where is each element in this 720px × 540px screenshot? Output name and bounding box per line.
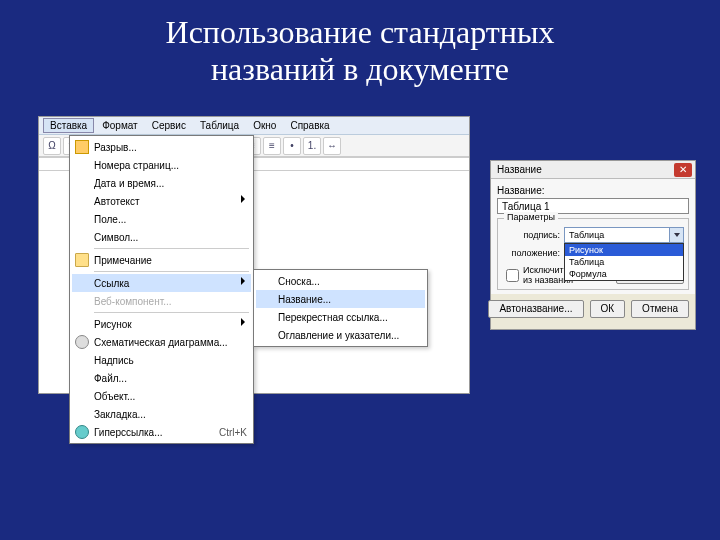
slide-title: Использование стандартных названий в док… [0, 0, 720, 88]
toolbar-button[interactable]: Ω [43, 137, 61, 155]
menu-item[interactable]: Примечание [72, 251, 251, 269]
menu-item-label: Поле... [94, 214, 126, 225]
combo-selected: Таблица [569, 230, 604, 240]
caption-field-label: Название: [497, 185, 689, 196]
toolbar-button[interactable]: ≡ [263, 137, 281, 155]
menu-item[interactable]: Ссылка [72, 274, 251, 292]
combo-option[interactable]: Рисунок [565, 244, 683, 256]
square-icon [75, 140, 89, 154]
submenu-item-label: Название... [278, 294, 331, 305]
menu-item[interactable]: Номера страниц... [72, 156, 251, 174]
menu-item[interactable]: Разрыв... [72, 138, 251, 156]
combo-dropdown: РисунокТаблицаФормула [564, 243, 684, 281]
ok-button[interactable]: ОК [590, 300, 626, 318]
menu-item[interactable]: Закладка... [72, 405, 251, 423]
menu-item-label: Веб-компонент... [94, 296, 172, 307]
submenu-item-label: Оглавление и указатели... [278, 330, 399, 341]
menu-item[interactable]: Дата и время... [72, 174, 251, 192]
row-caption-label: подпись: [502, 230, 560, 240]
insert-menu: Разрыв...Номера страниц...Дата и время..… [69, 135, 254, 444]
menu-item-label: Рисунок [94, 319, 132, 330]
toolbar-button[interactable]: ↔ [323, 137, 341, 155]
dialog-title-bar: Название ✕ [491, 161, 695, 179]
auto-caption-button[interactable]: Автоназвание... [488, 300, 583, 318]
menu-item-label: Закладка... [94, 409, 146, 420]
combo-option[interactable]: Формула [565, 268, 683, 280]
menu-help[interactable]: Справка [284, 119, 335, 132]
menu-window[interactable]: Окно [247, 119, 282, 132]
dot-icon [75, 335, 89, 349]
caption-type-combo[interactable]: Таблица РисунокТаблицаФормула [564, 227, 684, 243]
submenu-item[interactable]: Сноска... [256, 272, 425, 290]
globe-icon [75, 425, 89, 439]
submenu-item-label: Перекрестная ссылка... [278, 312, 388, 323]
menu-item-label: Дата и время... [94, 178, 164, 189]
submenu-item-label: Сноска... [278, 276, 320, 287]
menu-item[interactable]: Гиперссылка...Ctrl+K [72, 423, 251, 441]
submenu-item[interactable]: Название... [256, 290, 425, 308]
menu-item-label: Номера страниц... [94, 160, 179, 171]
chevron-right-icon [241, 195, 245, 203]
chevron-right-icon [241, 318, 245, 326]
toolbar-button[interactable]: • [283, 137, 301, 155]
menu-item[interactable]: Схематическая диаграмма... [72, 333, 251, 351]
menu-item-label: Надпись [94, 355, 134, 366]
dialog-title: Название [497, 164, 542, 175]
menu-item[interactable]: Надпись [72, 351, 251, 369]
params-group: Параметры подпись: Таблица РисунокТаблиц… [497, 218, 689, 290]
menu-item-label: Файл... [94, 373, 127, 384]
menu-item[interactable]: Веб-компонент... [72, 292, 251, 310]
menu-item-label: Объект... [94, 391, 135, 402]
menu-item-label: Символ... [94, 232, 138, 243]
menu-item[interactable]: Объект... [72, 387, 251, 405]
menu-format[interactable]: Формат [96, 119, 144, 132]
menu-item-label: Гиперссылка... [94, 427, 163, 438]
exclude-checkbox[interactable] [506, 269, 519, 282]
menu-item[interactable]: Файл... [72, 369, 251, 387]
combo-option[interactable]: Таблица [565, 256, 683, 268]
submenu-item[interactable]: Перекрестная ссылка... [256, 308, 425, 326]
params-group-title: Параметры [504, 212, 558, 222]
menu-item-label: Схематическая диаграмма... [94, 337, 228, 348]
menu-item[interactable]: Символ... [72, 228, 251, 246]
toolbar-button[interactable]: 1. [303, 137, 321, 155]
word-app-screenshot: Вставка Формат Сервис Таблица Окно Справ… [38, 116, 470, 394]
menu-vstavka[interactable]: Вставка [43, 118, 94, 133]
menu-item-label: Разрыв... [94, 142, 137, 153]
folder-icon [75, 253, 89, 267]
dialog-button-bar: Автоназвание... ОК Отмена [491, 294, 695, 324]
menu-item-label: Автотекст [94, 196, 140, 207]
chevron-down-icon[interactable] [669, 228, 683, 242]
menu-item[interactable]: Автотекст [72, 192, 251, 210]
chevron-right-icon [241, 277, 245, 285]
menu-item[interactable]: Рисунок [72, 315, 251, 333]
submenu-item[interactable]: Оглавление и указатели... [256, 326, 425, 344]
close-button[interactable]: ✕ [674, 163, 692, 177]
cancel-button[interactable]: Отмена [631, 300, 689, 318]
menu-item-label: Ссылка [94, 278, 129, 289]
menubar: Вставка Формат Сервис Таблица Окно Справ… [39, 117, 469, 135]
row-position-label: положение: [502, 248, 560, 258]
reference-submenu: Сноска...Название...Перекрестная ссылка.… [253, 269, 428, 347]
menu-table[interactable]: Таблица [194, 119, 245, 132]
menu-item-label: Примечание [94, 255, 152, 266]
menu-shortcut: Ctrl+K [209, 427, 247, 438]
menu-service[interactable]: Сервис [146, 119, 192, 132]
caption-dialog: Название ✕ Название: Параметры подпись: … [490, 160, 696, 330]
menu-item[interactable]: Поле... [72, 210, 251, 228]
